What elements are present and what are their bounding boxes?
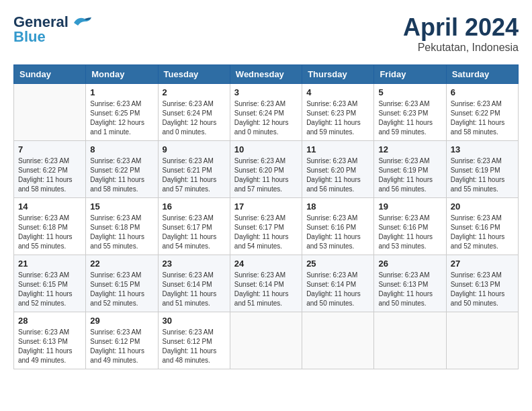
calendar-day-cell: 29Sunrise: 6:23 AMSunset: 6:12 PMDayligh… — [86, 312, 158, 369]
calendar-day-cell: 22Sunrise: 6:23 AMSunset: 6:15 PMDayligh… — [86, 255, 158, 312]
day-number: 13 — [451, 144, 514, 154]
day-number: 3 — [234, 87, 298, 97]
calendar-day-cell: 5Sunrise: 6:23 AMSunset: 6:23 PMDaylight… — [374, 84, 446, 141]
day-info: Sunrise: 6:23 AMSunset: 6:16 PMDaylight:… — [306, 214, 369, 251]
day-info: Sunrise: 6:23 AMSunset: 6:20 PMDaylight:… — [306, 156, 369, 194]
day-number: 7 — [18, 144, 81, 154]
calendar-day-cell: 13Sunrise: 6:23 AMSunset: 6:19 PMDayligh… — [446, 141, 518, 198]
calendar-day-cell: 25Sunrise: 6:23 AMSunset: 6:14 PMDayligh… — [302, 255, 374, 312]
day-info: Sunrise: 6:23 AMSunset: 6:23 PMDaylight:… — [378, 99, 441, 137]
day-number: 20 — [451, 201, 514, 212]
calendar-day-cell: 27Sunrise: 6:23 AMSunset: 6:13 PMDayligh… — [446, 255, 518, 312]
day-number: 30 — [163, 316, 226, 326]
day-info: Sunrise: 6:23 AMSunset: 6:14 PMDaylight:… — [234, 271, 298, 308]
calendar-day-cell: 23Sunrise: 6:23 AMSunset: 6:14 PMDayligh… — [158, 255, 230, 312]
day-number: 16 — [163, 201, 226, 212]
day-info: Sunrise: 6:23 AMSunset: 6:20 PMDaylight:… — [234, 156, 298, 194]
day-info: Sunrise: 6:23 AMSunset: 6:19 PMDaylight:… — [378, 156, 441, 194]
day-info: Sunrise: 6:23 AMSunset: 6:18 PMDaylight:… — [18, 214, 81, 251]
day-info: Sunrise: 6:23 AMSunset: 6:19 PMDaylight:… — [451, 156, 514, 194]
calendar-day-cell: 6Sunrise: 6:23 AMSunset: 6:22 PMDaylight… — [446, 84, 518, 141]
day-number: 11 — [306, 144, 369, 154]
day-number: 9 — [163, 144, 226, 154]
calendar-day-cell: 9Sunrise: 6:23 AMSunset: 6:21 PMDaylight… — [158, 141, 230, 198]
calendar-day-cell: 7Sunrise: 6:23 AMSunset: 6:22 PMDaylight… — [14, 141, 86, 198]
day-info: Sunrise: 6:23 AMSunset: 6:22 PMDaylight:… — [90, 156, 153, 194]
calendar-day-cell — [302, 312, 374, 369]
header-sunday: Sunday — [14, 65, 86, 84]
calendar-day-cell — [14, 84, 86, 141]
header-saturday: Saturday — [446, 65, 518, 84]
calendar-day-cell: 8Sunrise: 6:23 AMSunset: 6:22 PMDaylight… — [86, 141, 158, 198]
calendar-week-row: 14Sunrise: 6:23 AMSunset: 6:18 PMDayligh… — [14, 198, 519, 255]
day-number: 17 — [234, 201, 298, 212]
logo-bird-icon — [71, 15, 93, 30]
day-info: Sunrise: 6:23 AMSunset: 6:24 PMDaylight:… — [163, 99, 226, 137]
day-info: Sunrise: 6:23 AMSunset: 6:14 PMDaylight:… — [306, 271, 369, 308]
day-info: Sunrise: 6:23 AMSunset: 6:16 PMDaylight:… — [378, 214, 441, 251]
day-number: 28 — [18, 316, 81, 326]
day-number: 12 — [378, 144, 441, 154]
header-friday: Friday — [374, 65, 446, 84]
day-number: 18 — [306, 201, 369, 212]
day-info: Sunrise: 6:23 AMSunset: 6:13 PMDaylight:… — [451, 271, 514, 308]
header-thursday: Thursday — [302, 65, 374, 84]
header-monday: Monday — [86, 65, 158, 84]
calendar-subtitle: Pekutatan, Indonesia — [403, 42, 519, 54]
day-info: Sunrise: 6:23 AMSunset: 6:25 PMDaylight:… — [90, 99, 153, 137]
day-info: Sunrise: 6:23 AMSunset: 6:23 PMDaylight:… — [306, 99, 369, 137]
day-info: Sunrise: 6:23 AMSunset: 6:21 PMDaylight:… — [163, 156, 226, 194]
day-info: Sunrise: 6:23 AMSunset: 6:18 PMDaylight:… — [90, 214, 153, 251]
calendar-day-cell — [374, 312, 446, 369]
day-number: 26 — [378, 259, 441, 269]
calendar-day-cell: 3Sunrise: 6:23 AMSunset: 6:24 PMDaylight… — [230, 84, 302, 141]
day-info: Sunrise: 6:23 AMSunset: 6:22 PMDaylight:… — [451, 99, 514, 137]
calendar-day-cell: 26Sunrise: 6:23 AMSunset: 6:13 PMDayligh… — [374, 255, 446, 312]
day-info: Sunrise: 6:23 AMSunset: 6:22 PMDaylight:… — [18, 156, 81, 194]
day-number: 19 — [378, 201, 441, 212]
day-number: 2 — [163, 87, 226, 97]
day-number: 15 — [90, 201, 153, 212]
day-info: Sunrise: 6:23 AMSunset: 6:12 PMDaylight:… — [90, 328, 153, 365]
day-info: Sunrise: 6:23 AMSunset: 6:17 PMDaylight:… — [234, 214, 298, 251]
calendar-day-cell: 24Sunrise: 6:23 AMSunset: 6:14 PMDayligh… — [230, 255, 302, 312]
day-info: Sunrise: 6:23 AMSunset: 6:13 PMDaylight:… — [18, 328, 81, 365]
calendar-day-cell: 15Sunrise: 6:23 AMSunset: 6:18 PMDayligh… — [86, 198, 158, 255]
calendar-day-cell — [230, 312, 302, 369]
day-number: 8 — [90, 144, 153, 154]
day-number: 21 — [18, 259, 81, 269]
day-info: Sunrise: 6:23 AMSunset: 6:17 PMDaylight:… — [163, 214, 226, 251]
day-info: Sunrise: 6:23 AMSunset: 6:15 PMDaylight:… — [18, 271, 81, 308]
day-number: 25 — [306, 259, 369, 269]
calendar-day-cell: 19Sunrise: 6:23 AMSunset: 6:16 PMDayligh… — [374, 198, 446, 255]
calendar-week-row: 1Sunrise: 6:23 AMSunset: 6:25 PMDaylight… — [14, 84, 519, 141]
day-number: 6 — [451, 87, 514, 97]
day-number: 5 — [378, 87, 441, 97]
calendar-day-cell: 18Sunrise: 6:23 AMSunset: 6:16 PMDayligh… — [302, 198, 374, 255]
header-tuesday: Tuesday — [158, 65, 230, 84]
day-info: Sunrise: 6:23 AMSunset: 6:13 PMDaylight:… — [378, 271, 441, 308]
calendar-header-row: SundayMondayTuesdayWednesdayThursdayFrid… — [14, 65, 519, 84]
calendar-day-cell: 30Sunrise: 6:23 AMSunset: 6:12 PMDayligh… — [158, 312, 230, 369]
calendar-day-cell: 21Sunrise: 6:23 AMSunset: 6:15 PMDayligh… — [14, 255, 86, 312]
day-info: Sunrise: 6:23 AMSunset: 6:24 PMDaylight:… — [234, 99, 298, 137]
day-number: 14 — [18, 201, 81, 212]
logo-blue: Blue — [13, 28, 46, 46]
day-info: Sunrise: 6:23 AMSunset: 6:15 PMDaylight:… — [90, 271, 153, 308]
calendar-week-row: 21Sunrise: 6:23 AMSunset: 6:15 PMDayligh… — [14, 255, 519, 312]
calendar-day-cell: 16Sunrise: 6:23 AMSunset: 6:17 PMDayligh… — [158, 198, 230, 255]
calendar-week-row: 7Sunrise: 6:23 AMSunset: 6:22 PMDaylight… — [14, 141, 519, 198]
calendar-day-cell: 12Sunrise: 6:23 AMSunset: 6:19 PMDayligh… — [374, 141, 446, 198]
page-header: General Blue April 2024 Pekutatan, Indon… — [13, 13, 519, 54]
calendar-day-cell: 2Sunrise: 6:23 AMSunset: 6:24 PMDaylight… — [158, 84, 230, 141]
calendar-day-cell — [446, 312, 518, 369]
calendar-day-cell: 10Sunrise: 6:23 AMSunset: 6:20 PMDayligh… — [230, 141, 302, 198]
title-block: April 2024 Pekutatan, Indonesia — [403, 13, 519, 54]
day-info: Sunrise: 6:23 AMSunset: 6:14 PMDaylight:… — [163, 271, 226, 308]
calendar-week-row: 28Sunrise: 6:23 AMSunset: 6:13 PMDayligh… — [14, 312, 519, 369]
calendar-day-cell: 20Sunrise: 6:23 AMSunset: 6:16 PMDayligh… — [446, 198, 518, 255]
day-number: 23 — [163, 259, 226, 269]
day-number: 24 — [234, 259, 298, 269]
logo: General Blue — [13, 13, 93, 46]
day-number: 10 — [234, 144, 298, 154]
